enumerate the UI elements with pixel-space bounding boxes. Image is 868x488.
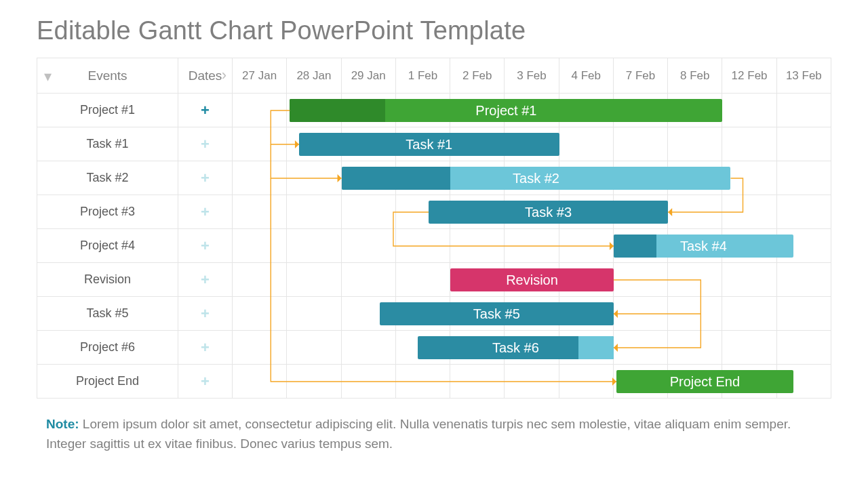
gantt-bar-progress	[578, 336, 614, 359]
gantt-bar[interactable]: Task #6	[418, 336, 614, 359]
row-label: Task #5	[37, 297, 178, 331]
timeline-cell	[233, 161, 287, 195]
expand-icon[interactable]: +	[201, 103, 210, 118]
expand-icon[interactable]: +	[201, 306, 210, 321]
row-dates: +	[178, 365, 233, 399]
timeline-cell	[668, 331, 722, 365]
row-timeline: Project #1	[233, 94, 831, 127]
row-dates: +	[178, 127, 233, 161]
timeline-cell	[668, 127, 722, 161]
gantt-bar[interactable]: Task #3	[429, 201, 668, 224]
expand-icon[interactable]: +	[201, 340, 210, 355]
gantt-bar-label: Task #3	[525, 205, 572, 220]
timeline-cell	[777, 94, 831, 127]
timeline-cell	[287, 297, 341, 331]
timeline-cell	[342, 229, 396, 263]
row-dates: +	[178, 94, 233, 127]
gantt-row: Task #2+Task #2	[37, 161, 831, 195]
timeline-cell	[342, 263, 396, 297]
column-header-dates: Dates ›	[178, 58, 233, 94]
timeline-cell	[614, 263, 668, 297]
gantt-bar[interactable]: Task #1	[299, 133, 559, 156]
timeline-cell	[342, 195, 396, 229]
row-label: Task #1	[37, 127, 178, 161]
timeline-cell	[668, 195, 722, 229]
row-timeline: Task #2	[233, 161, 831, 195]
timeline-cell	[233, 331, 287, 365]
gantt-bar[interactable]: Task #5	[380, 302, 614, 325]
row-timeline: Task #4	[233, 229, 831, 263]
timeline-cell	[722, 297, 776, 331]
row-dates: +	[178, 297, 233, 331]
gantt-bar[interactable]: Project End	[616, 370, 793, 393]
timeline-cell	[668, 263, 722, 297]
timeline-cell	[505, 229, 559, 263]
gantt-bar[interactable]: Revision	[450, 268, 614, 291]
date-header-cell: 13 Feb	[777, 58, 831, 94]
timeline-cell	[777, 127, 831, 161]
gantt-bar[interactable]: Task #2	[342, 167, 731, 190]
timeline-cell	[614, 331, 668, 365]
expand-icon[interactable]: +	[201, 205, 210, 220]
note: Note: Lorem ipsum dolor sit amet, consec…	[37, 415, 831, 453]
gantt-bar-progress	[290, 99, 384, 122]
date-header-cell: 1 Feb	[396, 58, 450, 94]
row-dates: +	[178, 263, 233, 297]
timeline-cell	[777, 263, 831, 297]
row-label: Project #6	[37, 331, 178, 365]
chevron-down-icon[interactable]: ▾	[44, 69, 52, 84]
timeline-cell	[233, 94, 287, 127]
gantt-row: Task #5+Task #5	[37, 297, 831, 331]
column-header-events: ▾ Events	[37, 58, 178, 94]
timeline-cell	[777, 161, 831, 195]
expand-icon[interactable]: +	[201, 374, 210, 389]
timeline-cell	[559, 127, 614, 161]
date-header-cell: 8 Feb	[668, 58, 722, 94]
date-header-cell: 3 Feb	[505, 58, 559, 94]
gantt-row: Revision+Revision	[37, 263, 831, 297]
gantt-row: Task #1+Task #1	[37, 127, 831, 161]
timeline-cell	[450, 229, 505, 263]
timeline-cell	[722, 127, 776, 161]
expand-icon[interactable]: +	[201, 171, 210, 186]
row-dates: +	[178, 195, 233, 229]
gantt-bar-progress	[342, 167, 451, 190]
timeline-cell	[505, 365, 559, 399]
timeline-cell	[287, 229, 341, 263]
date-header-cell: 2 Feb	[450, 58, 505, 94]
timeline-cell	[233, 195, 287, 229]
row-dates: +	[178, 229, 233, 263]
timeline-cell	[722, 195, 776, 229]
gantt-row: Project #4+Task #4	[37, 229, 831, 263]
gantt-header-row: ▾ Events Dates › 27 Jan28 Jan29 Jan1 Feb…	[37, 58, 831, 94]
gantt-bar-label: Task #4	[680, 239, 727, 254]
note-text: Lorem ipsum dolor sit amet, consectetur …	[46, 417, 791, 451]
timeline-cell	[287, 195, 341, 229]
expand-icon[interactable]: +	[201, 239, 210, 253]
timeline-cell	[287, 331, 341, 365]
timeline-cell	[777, 195, 831, 229]
date-header-cell: 12 Feb	[722, 58, 776, 94]
row-timeline: Task #6	[233, 331, 831, 365]
gantt-bar[interactable]: Task #4	[614, 235, 793, 258]
expand-icon[interactable]: +	[201, 272, 210, 287]
timeline-cell	[287, 263, 341, 297]
timeline-cell	[396, 365, 450, 399]
gantt-row: Project End+Project End	[37, 365, 831, 399]
timeline-cell	[777, 331, 831, 365]
expand-icon[interactable]: +	[201, 137, 210, 152]
timeline-cell	[233, 229, 287, 263]
timeline-cell	[233, 127, 287, 161]
timeline-cell	[722, 161, 776, 195]
date-header-cell: 28 Jan	[287, 58, 341, 94]
timeline-cell	[559, 229, 614, 263]
gantt-bar[interactable]: Project #1	[290, 99, 722, 122]
date-header-cell: 7 Feb	[614, 58, 668, 94]
gantt-row: Project #3+Task #3	[37, 195, 831, 229]
chevron-right-icon[interactable]: ›	[222, 68, 226, 83]
timeline-cell	[559, 365, 614, 399]
date-header-cell: 29 Jan	[342, 58, 396, 94]
timeline-cell	[668, 297, 722, 331]
date-header-cell: 4 Feb	[559, 58, 614, 94]
timeline-cell	[396, 229, 450, 263]
